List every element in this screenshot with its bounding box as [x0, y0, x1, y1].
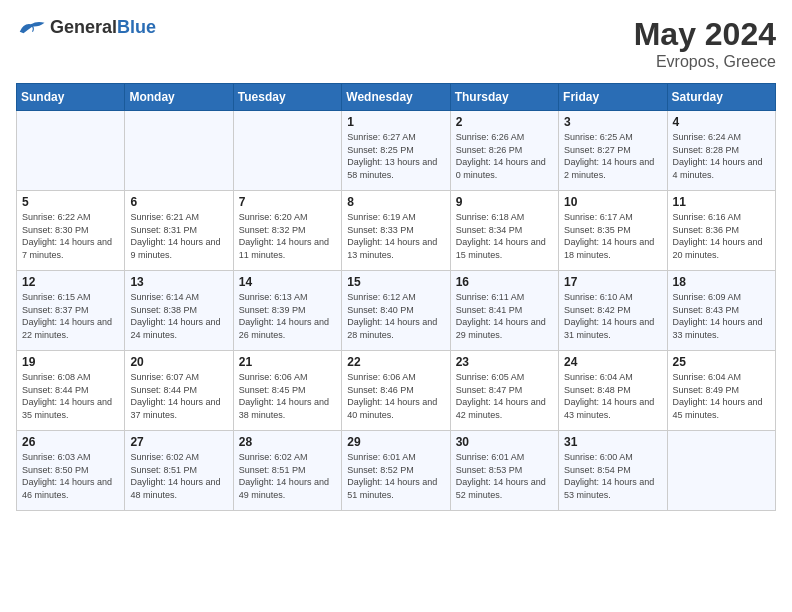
calendar-cell: 11Sunrise: 6:16 AMSunset: 8:36 PMDayligh… [667, 191, 775, 271]
calendar-cell: 23Sunrise: 6:05 AMSunset: 8:47 PMDayligh… [450, 351, 558, 431]
day-number: 15 [347, 275, 444, 289]
weekday-header-row: SundayMondayTuesdayWednesdayThursdayFrid… [17, 84, 776, 111]
day-number: 1 [347, 115, 444, 129]
calendar-cell: 3Sunrise: 6:25 AMSunset: 8:27 PMDaylight… [559, 111, 667, 191]
day-info: Sunrise: 6:04 AMSunset: 8:49 PMDaylight:… [673, 371, 770, 421]
day-number: 27 [130, 435, 227, 449]
day-info: Sunrise: 6:01 AMSunset: 8:53 PMDaylight:… [456, 451, 553, 501]
day-number: 10 [564, 195, 661, 209]
calendar-cell: 7Sunrise: 6:20 AMSunset: 8:32 PMDaylight… [233, 191, 341, 271]
weekday-header-wednesday: Wednesday [342, 84, 450, 111]
day-info: Sunrise: 6:07 AMSunset: 8:44 PMDaylight:… [130, 371, 227, 421]
logo: GeneralBlue [16, 16, 156, 40]
day-number: 18 [673, 275, 770, 289]
calendar-table: SundayMondayTuesdayWednesdayThursdayFrid… [16, 83, 776, 511]
calendar-week-row: 12Sunrise: 6:15 AMSunset: 8:37 PMDayligh… [17, 271, 776, 351]
calendar-cell: 4Sunrise: 6:24 AMSunset: 8:28 PMDaylight… [667, 111, 775, 191]
day-info: Sunrise: 6:22 AMSunset: 8:30 PMDaylight:… [22, 211, 119, 261]
calendar-week-row: 19Sunrise: 6:08 AMSunset: 8:44 PMDayligh… [17, 351, 776, 431]
day-number: 30 [456, 435, 553, 449]
day-number: 26 [22, 435, 119, 449]
day-info: Sunrise: 6:16 AMSunset: 8:36 PMDaylight:… [673, 211, 770, 261]
calendar-cell: 2Sunrise: 6:26 AMSunset: 8:26 PMDaylight… [450, 111, 558, 191]
day-info: Sunrise: 6:13 AMSunset: 8:39 PMDaylight:… [239, 291, 336, 341]
calendar-cell [17, 111, 125, 191]
calendar-week-row: 5Sunrise: 6:22 AMSunset: 8:30 PMDaylight… [17, 191, 776, 271]
day-number: 22 [347, 355, 444, 369]
day-info: Sunrise: 6:02 AMSunset: 8:51 PMDaylight:… [239, 451, 336, 501]
calendar-cell: 18Sunrise: 6:09 AMSunset: 8:43 PMDayligh… [667, 271, 775, 351]
calendar-cell [125, 111, 233, 191]
calendar-week-row: 1Sunrise: 6:27 AMSunset: 8:25 PMDaylight… [17, 111, 776, 191]
calendar-cell: 6Sunrise: 6:21 AMSunset: 8:31 PMDaylight… [125, 191, 233, 271]
calendar-cell: 26Sunrise: 6:03 AMSunset: 8:50 PMDayligh… [17, 431, 125, 511]
day-info: Sunrise: 6:21 AMSunset: 8:31 PMDaylight:… [130, 211, 227, 261]
day-info: Sunrise: 6:27 AMSunset: 8:25 PMDaylight:… [347, 131, 444, 181]
calendar-cell: 29Sunrise: 6:01 AMSunset: 8:52 PMDayligh… [342, 431, 450, 511]
day-number: 6 [130, 195, 227, 209]
weekday-header-friday: Friday [559, 84, 667, 111]
day-number: 7 [239, 195, 336, 209]
day-number: 29 [347, 435, 444, 449]
day-number: 8 [347, 195, 444, 209]
day-number: 24 [564, 355, 661, 369]
day-number: 19 [22, 355, 119, 369]
day-number: 12 [22, 275, 119, 289]
day-info: Sunrise: 6:24 AMSunset: 8:28 PMDaylight:… [673, 131, 770, 181]
day-info: Sunrise: 6:17 AMSunset: 8:35 PMDaylight:… [564, 211, 661, 261]
weekday-header-sunday: Sunday [17, 84, 125, 111]
calendar-cell: 25Sunrise: 6:04 AMSunset: 8:49 PMDayligh… [667, 351, 775, 431]
calendar-cell: 22Sunrise: 6:06 AMSunset: 8:46 PMDayligh… [342, 351, 450, 431]
day-number: 21 [239, 355, 336, 369]
calendar-cell: 17Sunrise: 6:10 AMSunset: 8:42 PMDayligh… [559, 271, 667, 351]
day-number: 13 [130, 275, 227, 289]
day-info: Sunrise: 6:18 AMSunset: 8:34 PMDaylight:… [456, 211, 553, 261]
day-info: Sunrise: 6:00 AMSunset: 8:54 PMDaylight:… [564, 451, 661, 501]
location: Evropos, Greece [634, 53, 776, 71]
day-info: Sunrise: 6:06 AMSunset: 8:45 PMDaylight:… [239, 371, 336, 421]
calendar-cell: 16Sunrise: 6:11 AMSunset: 8:41 PMDayligh… [450, 271, 558, 351]
weekday-header-saturday: Saturday [667, 84, 775, 111]
calendar-cell: 10Sunrise: 6:17 AMSunset: 8:35 PMDayligh… [559, 191, 667, 271]
day-number: 2 [456, 115, 553, 129]
day-info: Sunrise: 6:20 AMSunset: 8:32 PMDaylight:… [239, 211, 336, 261]
weekday-header-monday: Monday [125, 84, 233, 111]
day-number: 5 [22, 195, 119, 209]
calendar-cell: 13Sunrise: 6:14 AMSunset: 8:38 PMDayligh… [125, 271, 233, 351]
month-title: May 2024 [634, 16, 776, 53]
day-info: Sunrise: 6:05 AMSunset: 8:47 PMDaylight:… [456, 371, 553, 421]
day-info: Sunrise: 6:14 AMSunset: 8:38 PMDaylight:… [130, 291, 227, 341]
day-info: Sunrise: 6:25 AMSunset: 8:27 PMDaylight:… [564, 131, 661, 181]
title-block: May 2024 Evropos, Greece [634, 16, 776, 71]
calendar-cell: 1Sunrise: 6:27 AMSunset: 8:25 PMDaylight… [342, 111, 450, 191]
day-info: Sunrise: 6:01 AMSunset: 8:52 PMDaylight:… [347, 451, 444, 501]
day-info: Sunrise: 6:12 AMSunset: 8:40 PMDaylight:… [347, 291, 444, 341]
weekday-header-thursday: Thursday [450, 84, 558, 111]
day-number: 4 [673, 115, 770, 129]
calendar-cell: 27Sunrise: 6:02 AMSunset: 8:51 PMDayligh… [125, 431, 233, 511]
day-info: Sunrise: 6:26 AMSunset: 8:26 PMDaylight:… [456, 131, 553, 181]
logo-bird-icon [16, 16, 46, 40]
calendar-cell: 21Sunrise: 6:06 AMSunset: 8:45 PMDayligh… [233, 351, 341, 431]
calendar-cell: 5Sunrise: 6:22 AMSunset: 8:30 PMDaylight… [17, 191, 125, 271]
day-number: 9 [456, 195, 553, 209]
calendar-cell: 19Sunrise: 6:08 AMSunset: 8:44 PMDayligh… [17, 351, 125, 431]
calendar-cell: 30Sunrise: 6:01 AMSunset: 8:53 PMDayligh… [450, 431, 558, 511]
day-info: Sunrise: 6:11 AMSunset: 8:41 PMDaylight:… [456, 291, 553, 341]
calendar-cell: 14Sunrise: 6:13 AMSunset: 8:39 PMDayligh… [233, 271, 341, 351]
day-number: 25 [673, 355, 770, 369]
day-info: Sunrise: 6:09 AMSunset: 8:43 PMDaylight:… [673, 291, 770, 341]
calendar-cell [667, 431, 775, 511]
day-info: Sunrise: 6:02 AMSunset: 8:51 PMDaylight:… [130, 451, 227, 501]
calendar-cell: 15Sunrise: 6:12 AMSunset: 8:40 PMDayligh… [342, 271, 450, 351]
day-number: 23 [456, 355, 553, 369]
day-number: 20 [130, 355, 227, 369]
day-info: Sunrise: 6:04 AMSunset: 8:48 PMDaylight:… [564, 371, 661, 421]
day-number: 14 [239, 275, 336, 289]
calendar-cell: 31Sunrise: 6:00 AMSunset: 8:54 PMDayligh… [559, 431, 667, 511]
logo-text: GeneralBlue [50, 17, 156, 39]
weekday-header-tuesday: Tuesday [233, 84, 341, 111]
calendar-cell: 28Sunrise: 6:02 AMSunset: 8:51 PMDayligh… [233, 431, 341, 511]
day-number: 28 [239, 435, 336, 449]
day-info: Sunrise: 6:19 AMSunset: 8:33 PMDaylight:… [347, 211, 444, 261]
